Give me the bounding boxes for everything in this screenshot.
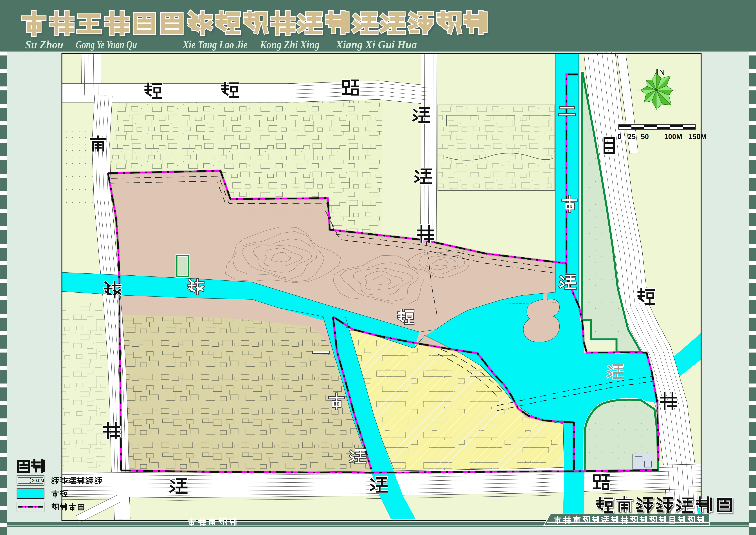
svg-text:Gong Ye Yuan Qu: Gong Ye Yuan Qu xyxy=(76,38,137,51)
svg-text:Kong Zhi Xing: Kong Zhi Xing xyxy=(260,38,319,51)
svg-text:Su Zhou: Su Zhou xyxy=(25,38,63,51)
svg-text:150M: 150M xyxy=(688,132,707,141)
svg-text:20.0M: 20.0M xyxy=(32,478,44,483)
svg-text:0: 0 xyxy=(617,132,621,141)
svg-text:25: 25 xyxy=(628,132,636,141)
svg-text:Xiang Xi Gui Hua: Xiang Xi Gui Hua xyxy=(336,38,417,51)
svg-text:100M: 100M xyxy=(664,132,682,141)
svg-text:N: N xyxy=(659,68,665,77)
svg-text:50: 50 xyxy=(641,132,649,141)
svg-text:Xie Tang Lao Jie: Xie Tang Lao Jie xyxy=(182,38,248,51)
